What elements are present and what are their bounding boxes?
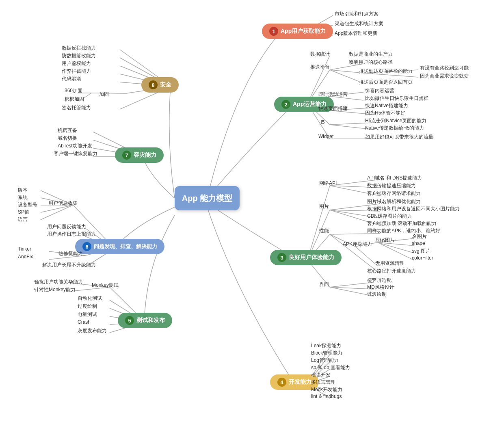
leaf-b2-6: 有没有全路径到达可能 bbox=[418, 64, 470, 72]
leaf-b3-1: API域名 和 DNS提速能力 bbox=[366, 174, 424, 182]
leaf-b5-5: 电量测试 bbox=[76, 310, 99, 319]
leaf-b3-apk: APK瘦身能力 bbox=[341, 240, 374, 249]
leaf-b2-18: Widget bbox=[317, 133, 335, 140]
leaf-b3-8: 同样功能的APK，谁约小、谁约好 bbox=[366, 227, 442, 235]
center-node: App 能力模型 bbox=[175, 186, 240, 210]
leaf-b1-2: 渠道包生成和统计方案 bbox=[333, 19, 385, 28]
leaf-b8-5: 代码混淆 bbox=[60, 75, 83, 83]
leaf-b2-1: 数据统计 bbox=[309, 50, 331, 58]
leaf-b8-360: 360加固 bbox=[63, 87, 84, 95]
leaf-b5-3: 自动化测试 bbox=[76, 294, 104, 303]
leaf-b6-longtail: 解决用户长尾不升级能力 bbox=[41, 261, 97, 269]
leaf-b8-bb: 梆梆加固 bbox=[63, 95, 86, 104]
leaf-b3-netapi: 网络API bbox=[318, 179, 338, 188]
leaf-b6-tinker: Tinker bbox=[16, 245, 33, 253]
leaf-b3-shape: shape bbox=[410, 240, 427, 247]
leaf-b6-log: 用户操作日志上报能力 bbox=[45, 230, 97, 238]
leaf-b3-3: 客户端缓存网络请求能力 bbox=[366, 189, 422, 198]
leaf-b1-3: App版本管理和更新 bbox=[333, 29, 379, 38]
leaf-b8-3: 用户鉴权能力 bbox=[60, 59, 93, 68]
branch-node-6[interactable]: 6问题发现、排查、解决能力 bbox=[75, 239, 164, 254]
leaf-b2-10: 惊喜内容运营 bbox=[363, 87, 396, 95]
branch-num-3: 3 bbox=[277, 253, 286, 262]
leaf-b5-6: 灰度发布能力 bbox=[76, 327, 108, 335]
leaf-b3-perf: 性能 bbox=[318, 227, 331, 235]
branch-node-7[interactable]: 7容灾能力 bbox=[115, 147, 164, 163]
leaf-b3-res: 无用资源清理 bbox=[374, 259, 406, 268]
leaf-b8-jiagu: 加固 bbox=[97, 90, 110, 99]
leaf-b3-img: 图片 bbox=[318, 202, 331, 211]
branch-num-5: 5 bbox=[125, 316, 134, 325]
leaf-b3-cf: colorFilter bbox=[410, 254, 435, 262]
leaf-b7-3: AbTest功能开发 bbox=[56, 142, 94, 150]
leaf-b7-2: 域名切换 bbox=[56, 134, 79, 143]
leaf-b2-15: H5 bbox=[317, 119, 326, 126]
branch-node-3[interactable]: 3良好用户体验能力 bbox=[270, 250, 342, 265]
leaf-b5-4: 过度绘制 bbox=[76, 302, 99, 311]
branch-node-8[interactable]: 8安全 bbox=[141, 77, 179, 93]
branch-num-7: 7 bbox=[122, 151, 131, 160]
leaf-b2-14: 因为H5体验不够好 bbox=[363, 109, 407, 117]
branch-node-1[interactable]: 1App用户获取能力 bbox=[262, 24, 333, 39]
branch-num: 1 bbox=[269, 27, 278, 36]
svg-line-21 bbox=[307, 186, 330, 260]
leaf-b2-5: 推送到达页面路径的能力 bbox=[357, 67, 414, 76]
leaf-b2-3: 推送平台 bbox=[309, 63, 331, 71]
leaf-b7-4: 客户端一键恢复能力 bbox=[52, 149, 99, 158]
leaf-b6-hotfix: 热修复能力 bbox=[57, 249, 84, 258]
leaf-b5-1: 骚扰用户功能关毕能力 bbox=[32, 278, 84, 286]
leaf-b4-8: lint & findbugs bbox=[309, 393, 343, 400]
leaf-b3-trans: 过渡绘制 bbox=[366, 290, 388, 299]
leaf-b2-19: 如果用好也可以带来很大的流量 bbox=[363, 133, 435, 141]
leaf-b2-7: 因为商业需求说变就变 bbox=[418, 72, 470, 80]
leaf-b1-1: 市场引流和打点方案 bbox=[333, 10, 380, 18]
branch-node-5[interactable]: 5测试和发布 bbox=[118, 313, 172, 328]
branch-num-8: 8 bbox=[149, 80, 158, 89]
leaf-b6-info: 用户信息收集 bbox=[47, 199, 79, 208]
leaf-b3-core: 核心路径打开速度能力 bbox=[366, 267, 417, 275]
leaf-b2-8: 推送后页面是否返回首页 bbox=[357, 78, 414, 87]
mind-map: App 能力模型 1App用户获取能力 市场引流和打点方案 渠道包生成和统计方案… bbox=[0, 0, 504, 437]
leaf-b8-1: 数据反拦截能力 bbox=[60, 44, 97, 52]
leaf-b7-1: 机房互备 bbox=[56, 126, 79, 135]
leaf-b2-2: 数据是商业的生产力 bbox=[347, 50, 394, 58]
leaf-b2-9: 即时活动运营 bbox=[317, 90, 349, 99]
leaf-b5-monkey-label: Monkey测试 bbox=[90, 281, 120, 290]
leaf-b8-2: 防数据篡改能力 bbox=[60, 52, 97, 60]
leaf-b5-2: 针对性Monkey能力 bbox=[32, 286, 77, 294]
branch-num-2: 2 bbox=[281, 100, 290, 109]
leaf-b5-crash: Crash bbox=[76, 318, 92, 326]
leaf-b6-5: 语言 bbox=[16, 215, 29, 224]
leaf-b6-andfix: AndFix bbox=[16, 253, 35, 260]
leaf-b3-compress: 压缩图片 bbox=[374, 236, 396, 244]
leaf-b2-17: Native传递数据给H5的能力 bbox=[363, 124, 426, 132]
leaf-b2-12: 快速页面搭建 bbox=[317, 104, 349, 113]
leaf-b3-ui: 界面 bbox=[318, 280, 331, 289]
leaf-b8-4: 作弊拦截能力 bbox=[60, 67, 93, 76]
branch-num-4: 4 bbox=[277, 378, 286, 387]
leaf-b2-4: 唤醒用户的核心路径 bbox=[347, 58, 394, 67]
leaf-b3-2: 数据传输提速压缩能力 bbox=[366, 182, 417, 190]
leaf-b8-8: 签名托管能力 bbox=[60, 104, 93, 112]
svg-line-37 bbox=[378, 242, 414, 260]
